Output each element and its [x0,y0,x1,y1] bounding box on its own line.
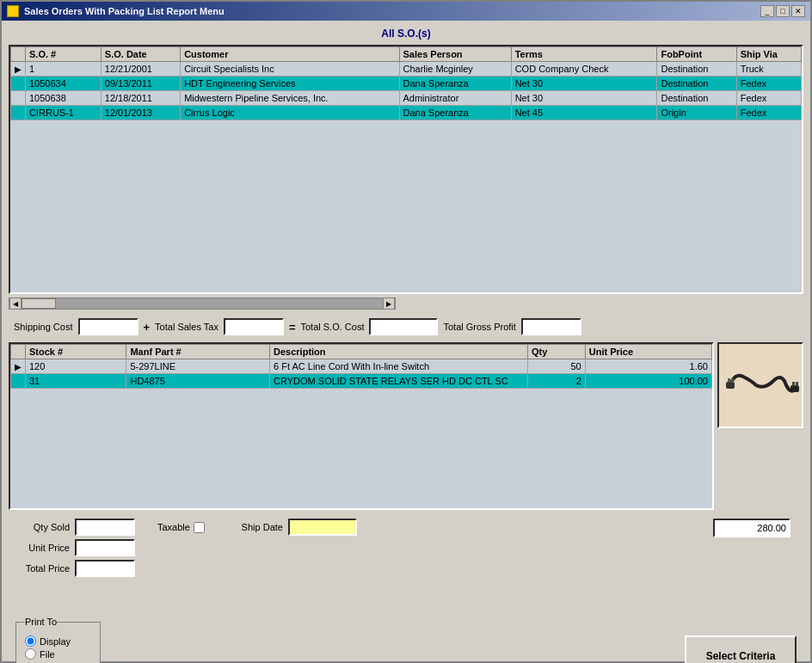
middle-panel: Stock # Manf Part # Description Qty Unit… [9,342,803,510]
summary-area: Shipping Cost 2.00 + Total Sales Tax 0.0… [9,315,803,339]
shipping-cost-label: Shipping Cost [14,322,73,332]
list-item[interactable]: 31 HD4875 CRYDOM SOLID STATE RELAYS SER … [11,374,712,389]
cell-so: 1050638 [26,91,102,106]
shipping-cost-input[interactable]: 2.00 [78,318,138,335]
select-criteria-button[interactable]: Select Criteria And Display [685,635,797,663]
title-bar: Sales Orders With Packing List Report Me… [2,2,810,21]
table-row[interactable]: 1050638 12/18/2011 Midwestern Pipeline S… [11,91,802,106]
cell-date: 12/18/2011 [101,91,180,106]
table-row[interactable]: 1050634 09/13/2011 HDT Engineering Servi… [11,77,802,91]
cell-terms: Net 30 [511,77,657,91]
cell-shipvia: Truck [736,62,801,77]
row-indicator: ▶ [11,62,26,77]
close-button[interactable]: ✕ [791,5,805,17]
cell-salesperson: Dana Speranza [399,106,511,120]
file-radio[interactable] [25,648,36,660]
item-indicator [11,374,26,389]
item-qty: 50 [528,359,586,374]
cell-fob: Destination [657,77,736,91]
right-totals-panel: 280.00 [700,513,803,608]
col-indicator [11,47,26,62]
total-so-cost-label: Total S.O. Cost [300,322,364,332]
list-item[interactable]: ▶ 120 5-297LINE 6 Ft AC Line Cord With I… [11,359,712,374]
window-icon [7,5,19,17]
extended-total-display: 280.00 [713,519,790,537]
cell-terms: COD Company Check [511,62,657,77]
details-panel: Qty Sold 50 Taxable Ship Date 04/24/2014… [9,513,693,608]
scroll-thumb[interactable] [22,298,56,309]
image-section [717,342,803,510]
unit-price-label: Unit Price [14,543,70,553]
item-qty: 2 [528,374,586,389]
col-ship-via: Ship Via [736,47,801,62]
print-to-group: Print To Display File Print Data [15,617,101,663]
display-radio[interactable] [25,635,36,647]
total-sales-tax-input[interactable]: 0.00 [224,318,284,335]
item-desc: CRYDOM SOLID STATE RELAYS SER HD DC CTL … [270,374,528,389]
cell-terms: Net 30 [511,91,657,106]
item-manf: 5-297LINE [126,359,270,374]
row-indicator [11,91,26,106]
table-row[interactable]: CIRRUS-1 12/01/2013 Cirrus Logic Dana Sp… [11,106,802,120]
unit-price-input[interactable]: 1.60 [75,539,135,556]
cell-customer: Midwestern Pipeline Services, Inc. [181,91,399,106]
orders-table: S.O. # S.O. Date Customer Sales Person T… [10,46,802,120]
svg-rect-2 [728,378,730,383]
taxable-label: Taxable [157,522,190,532]
maximize-button[interactable]: □ [776,5,790,17]
minimize-button[interactable]: _ [760,5,774,17]
items-panel[interactable]: Stock # Manf Part # Description Qty Unit… [9,342,714,510]
orders-table-container[interactable]: S.O. # S.O. Date Customer Sales Person T… [10,46,802,292]
col-so-date: S.O. Date [101,47,180,62]
plus-sign: + [144,321,151,334]
cell-date: 09/13/2011 [101,77,180,91]
taxable-checkbox[interactable] [194,522,205,533]
display-radio-row: Display [25,635,91,647]
item-col-desc: Description [270,345,528,359]
cell-date: 12/01/2013 [101,106,180,120]
bottom-section: Qty Sold 50 Taxable Ship Date 04/24/2014… [9,513,803,608]
orders-scrollbar[interactable]: ◀ ▶ [9,298,803,310]
cell-date: 12/21/2001 [101,62,180,77]
cell-salesperson: Administrator [399,91,511,106]
total-price-input[interactable]: 80.00 [75,560,135,577]
qty-sold-input[interactable]: 50 [75,519,135,536]
ship-date-input[interactable]: 04/24/2014 [288,519,357,536]
col-so-num: S.O. # [26,47,102,62]
cell-shipvia: Fedex [736,106,801,120]
scroll-track[interactable] [22,298,383,309]
item-col-price: Unit Price [585,345,711,359]
file-label: File [40,649,55,660]
cell-so: 1050634 [26,77,102,91]
cell-customer: Cirrus Logic [181,106,399,120]
cell-salesperson: Dana Speranza [399,77,511,91]
total-so-cost-input[interactable]: 1,124.85 [369,318,438,335]
scroll-right-arrow[interactable]: ▶ [383,298,395,310]
cell-shipvia: Fedex [736,91,801,106]
cell-customer: HDT Engineering Services [181,77,399,91]
svg-rect-1 [726,382,735,389]
row-indicator [11,77,26,91]
cable-svg [722,355,799,415]
footer-area: Print To Display File Print Data Select … [9,611,803,663]
col-sales-person: Sales Person [399,47,511,62]
title-buttons: _ □ ✕ [760,5,805,17]
items-table: Stock # Manf Part # Description Qty Unit… [10,344,712,389]
total-gross-profit-input[interactable]: 405.22 [521,318,581,335]
content-area: All S.O.(s) S.O. # S.O. Date Customer Sa… [2,21,810,663]
display-label: Display [40,636,71,647]
unit-price-row: Unit Price 1.60 [14,539,688,556]
cell-fob: Destination [657,91,736,106]
scroll-left-arrow[interactable]: ◀ [9,298,22,310]
print-to-legend: Print To [25,617,57,627]
col-fob: FobPoint [657,47,736,62]
total-sales-tax-label: Total Sales Tax [155,322,218,332]
table-row[interactable]: ▶ 1 12/21/2001 Circuit Specialists Inc C… [11,62,802,77]
window-title: Sales Orders With Packing List Report Me… [24,6,225,16]
total-price-label: Total Price [14,563,70,574]
taxable-area: Taxable [157,522,205,533]
total-price-row: Total Price 80.00 [14,560,688,577]
cell-terms: Net 45 [511,106,657,120]
select-criteria-line1: Select Criteria [706,650,776,662]
ship-date-label: Ship Date [227,522,283,532]
